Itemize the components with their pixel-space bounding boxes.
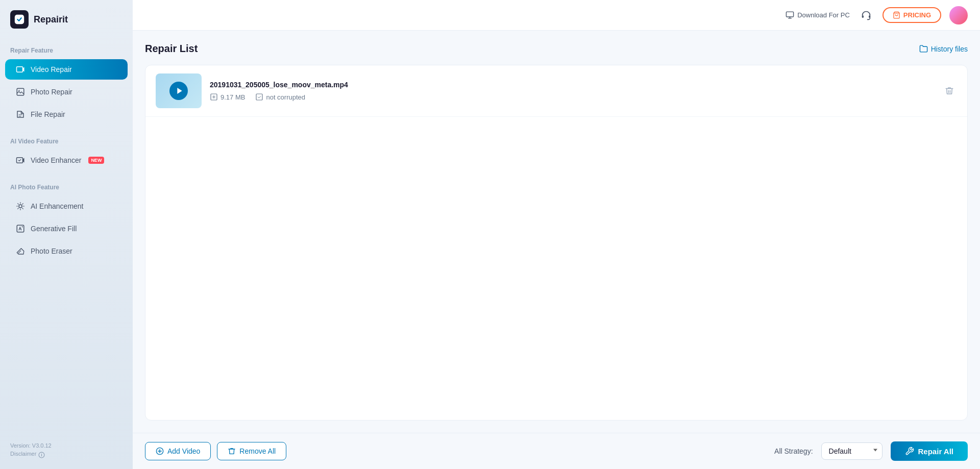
sidebar-item-video-enhancer[interactable]: Video Enhancer NEW [5,150,128,170]
help-button[interactable] [858,7,874,23]
repair-icon [905,447,914,456]
repair-list-header: Repair List History files [145,43,968,55]
version-label: Version: V3.0.12 [10,442,122,449]
new-badge: NEW [88,157,104,164]
footer-right: All Strategy: Default Repair All [774,441,968,461]
photo-repair-icon [15,87,26,97]
repair-all-label: Repair All [918,447,953,456]
svg-marker-13 [177,88,182,94]
section-repair-label: Repair Feature [0,41,133,58]
remove-all-button[interactable]: Remove All [217,442,286,460]
sidebar-item-file-repair[interactable]: File Repair [5,104,128,125]
disclaimer-link[interactable]: Disclaimer [10,451,122,459]
add-video-button[interactable]: Add Video [145,442,211,460]
app-logo-icon [10,10,29,29]
main-area: Download For PC PRICING Repair List [133,0,980,469]
photo-eraser-icon [15,246,26,256]
pricing-label: PRICING [903,11,931,19]
sidebar-item-photo-eraser[interactable]: Photo Eraser [5,241,128,261]
svg-rect-15 [256,94,262,100]
generative-fill-label: Generative Fill [31,225,77,233]
status-icon [255,93,263,101]
file-repair-label: File Repair [31,110,65,118]
monitor-icon [786,11,794,19]
history-files-label: History files [931,45,968,53]
play-button[interactable] [169,82,188,100]
app-name: Repairit [34,14,68,25]
strategy-select[interactable]: Default [821,442,883,460]
headset-icon [861,10,871,20]
svg-rect-1 [17,67,23,72]
pricing-button[interactable]: PRICING [883,7,941,23]
file-list: 20191031_205005_lose_moov_meta.mp4 9.17 … [145,65,968,421]
generative-fill-icon [15,224,26,234]
section-ai-photo-label: AI Photo Feature [0,178,133,195]
trash-icon [945,86,954,95]
file-size-item: 9.17 MB [210,93,245,101]
file-info: 20191031_205005_lose_moov_meta.mp4 9.17 … [210,81,934,101]
footer: Add Video Remove All All Strategy: Defau… [133,433,980,469]
svg-point-7 [22,226,23,227]
download-label: Download For PC [797,11,850,19]
remove-icon [228,447,236,455]
top-header: Download For PC PRICING [133,0,980,31]
strategy-wrapper: Default [821,442,883,460]
disclaimer-text: Disclaimer [10,451,36,457]
sidebar-item-ai-enhancement[interactable]: AI Enhancement [5,196,128,216]
play-icon [176,87,184,95]
video-repair-icon [15,64,26,75]
photo-repair-label: Photo Repair [31,88,72,96]
user-avatar[interactable] [949,6,968,24]
folder-icon [919,44,928,53]
file-name: 20191031_205005_lose_moov_meta.mp4 [210,81,934,89]
info-icon [38,452,45,458]
section-ai-video-label: AI Video Feature [0,132,133,149]
cart-icon [893,11,900,19]
file-status: not corrupted [266,93,305,101]
sidebar: Repairit Repair Feature Video Repair Pho… [0,0,133,469]
strategy-label: All Strategy: [774,447,813,455]
repair-all-button[interactable]: Repair All [891,441,968,461]
history-files-button[interactable]: History files [919,44,968,53]
file-size: 9.17 MB [220,93,245,101]
svg-rect-9 [787,12,794,17]
file-meta: 9.17 MB not corrupted [210,93,934,101]
footer-left: Add Video Remove All [145,442,286,460]
file-repair-icon [15,109,26,119]
svg-point-3 [18,90,19,91]
remove-all-label: Remove All [239,447,276,455]
add-video-label: Add Video [167,447,200,455]
svg-rect-2 [17,88,24,95]
file-size-icon [210,93,218,101]
svg-rect-10 [862,15,863,18]
content-area: Repair List History files 20191 [133,31,980,433]
video-enhancer-icon [15,155,26,165]
video-enhancer-label: Video Enhancer [31,156,81,164]
logo-area: Repairit [0,0,133,41]
repair-list-title: Repair List [145,43,198,55]
sidebar-item-photo-repair[interactable]: Photo Repair [5,82,128,102]
sidebar-item-generative-fill[interactable]: Generative Fill [5,218,128,239]
photo-eraser-label: Photo Eraser [31,247,72,255]
file-thumbnail [156,73,202,108]
svg-point-5 [19,205,22,208]
table-row: 20191031_205005_lose_moov_meta.mp4 9.17 … [145,65,967,117]
download-for-pc-button[interactable]: Download For PC [786,11,850,19]
ai-enhancement-label: AI Enhancement [31,202,84,210]
sidebar-item-video-repair[interactable]: Video Repair [5,59,128,80]
file-status-item: not corrupted [255,93,305,101]
sidebar-footer: Version: V3.0.12 Disclaimer [0,436,133,461]
video-repair-label: Video Repair [31,65,72,73]
ai-enhancement-icon [15,201,26,211]
delete-file-button[interactable] [942,83,957,98]
add-icon [156,447,164,455]
